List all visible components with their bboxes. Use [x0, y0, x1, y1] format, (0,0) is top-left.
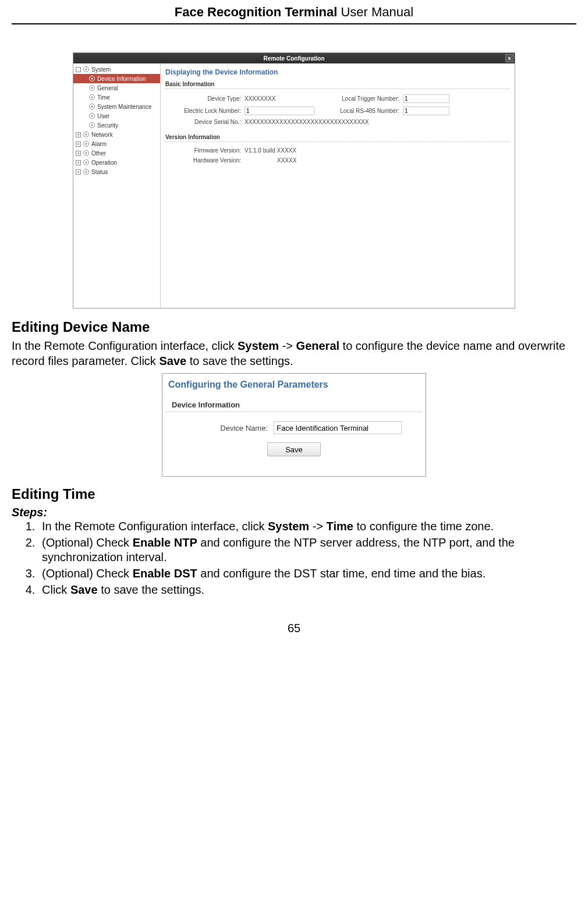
svg-point-21 — [86, 162, 87, 164]
gear-icon — [88, 112, 95, 119]
sidebar-item-network[interactable]: + Network — [73, 130, 160, 139]
page-number: 65 — [12, 598, 576, 635]
gear-icon — [83, 131, 90, 138]
svg-point-5 — [91, 87, 93, 89]
sidebar-item-label: Security — [97, 122, 118, 129]
sidebar-item-system[interactable]: - System — [73, 65, 160, 74]
sidebar-item-label: System — [91, 66, 111, 73]
sidebar-item-general[interactable]: General — [73, 83, 160, 93]
sidebar-item-other[interactable]: + Other — [73, 148, 160, 158]
svg-point-15 — [86, 134, 87, 136]
save-button[interactable]: Save — [267, 442, 321, 456]
rs485-label: Local RS-485 Number: — [318, 108, 399, 114]
gear-icon — [83, 66, 90, 73]
sidebar-item-label: General — [97, 85, 118, 91]
gear-icon — [83, 168, 90, 175]
svg-point-17 — [86, 143, 87, 145]
expand-icon[interactable]: + — [76, 169, 81, 175]
electric-lock-label: Electric Lock Number: — [165, 108, 241, 114]
sidebar-item-device-information[interactable]: Device Information — [73, 74, 160, 83]
sidebar-item-alarm[interactable]: + Alarm — [73, 139, 160, 148]
device-type-value: XXXXXXXX — [245, 95, 314, 102]
sidebar-item-security[interactable]: Security — [73, 120, 160, 130]
gear-icon — [83, 140, 90, 147]
steps-list: In the Remote Configuration interface, c… — [12, 519, 576, 597]
section1-paragraph: In the Remote Configuration interface, c… — [12, 339, 576, 368]
serial-value: XXXXXXXXXXXXXXXXXXXXXXXXXXXXXXXX — [245, 119, 510, 125]
gear-icon — [83, 150, 90, 157]
hardware-label: Hardware Version: — [165, 157, 241, 164]
step-3: (Optional) Check Enable DST and configur… — [38, 566, 576, 582]
svg-point-7 — [91, 97, 93, 98]
sidebar-item-system-maintenance[interactable]: System Maintenance — [73, 102, 160, 111]
section-title-device-name: Editing Device Name — [12, 319, 576, 335]
sidebar-item-label: Alarm — [91, 141, 107, 147]
sidebar-item-operation[interactable]: + Operation — [73, 158, 160, 167]
gear-icon — [88, 75, 95, 82]
sidebar-item-user[interactable]: User — [73, 111, 160, 120]
firmware-label: Firmware Version: — [165, 147, 241, 154]
gear-icon — [88, 84, 95, 91]
step-1: In the Remote Configuration interface, c… — [38, 519, 576, 534]
step-4: Click Save to save the settings. — [38, 583, 576, 598]
gp-section-title: Device Information — [166, 397, 422, 412]
sidebar-item-time[interactable]: Time — [73, 93, 160, 102]
local-trigger-input[interactable] — [403, 94, 449, 103]
remote-config-window: Remote Configuration x - System Device I… — [73, 52, 515, 309]
gear-icon — [88, 122, 95, 129]
svg-point-3 — [91, 78, 93, 80]
version-info-title: Version Information — [165, 132, 510, 142]
sidebar-item-label: Operation — [91, 159, 117, 166]
gp-heading: Configuring the General Parameters — [162, 374, 426, 397]
serial-label: Device Serial No.: — [165, 119, 241, 125]
sidebar-item-label: System Maintenance — [97, 104, 151, 110]
sidebar-item-label: Network — [91, 132, 113, 138]
svg-point-19 — [86, 153, 87, 154]
remote-config-title: Remote Configuration — [264, 55, 325, 62]
collapse-icon[interactable]: - — [76, 67, 81, 72]
svg-point-13 — [91, 125, 93, 126]
svg-point-23 — [86, 171, 87, 173]
sidebar-item-label: Status — [91, 169, 108, 175]
device-name-label: Device Name: — [186, 424, 268, 432]
sidebar-item-status[interactable]: + Status — [73, 167, 160, 176]
expand-icon[interactable]: + — [76, 132, 81, 137]
gear-icon — [88, 103, 95, 110]
svg-point-1 — [86, 69, 87, 70]
remote-config-titlebar: Remote Configuration x — [73, 53, 515, 63]
rs485-input[interactable] — [403, 107, 449, 115]
expand-icon[interactable]: + — [76, 160, 81, 165]
svg-point-9 — [91, 106, 93, 108]
expand-icon[interactable]: + — [76, 141, 81, 147]
sidebar-item-label: User — [97, 113, 109, 119]
header-title-bold: Face Recognition Terminal — [175, 5, 338, 19]
main-heading: Displaying the Device Information — [165, 66, 510, 79]
expand-icon[interactable]: + — [76, 151, 81, 156]
gear-icon — [83, 159, 90, 166]
device-name-input[interactable] — [274, 421, 402, 434]
section-title-time: Editing Time — [12, 486, 576, 502]
firmware-value: V1.1.0 build XXXXX — [245, 147, 296, 154]
basic-info-title: Basic Information — [165, 79, 510, 89]
device-type-label: Device Type: — [165, 95, 241, 102]
header-title-rest: User Manual — [337, 5, 413, 19]
svg-point-11 — [91, 115, 93, 117]
gear-icon — [88, 94, 95, 101]
hardware-value: XXXXX — [245, 157, 296, 164]
local-trigger-label: Local Trigger Number: — [318, 95, 399, 102]
sidebar-item-label: Device Information — [97, 76, 146, 82]
remote-config-main: Displaying the Device Information Basic … — [161, 63, 515, 308]
steps-label: Steps: — [12, 506, 576, 519]
page-header: Face Recognition Terminal User Manual — [12, 0, 576, 24]
general-parameters-window: Configuring the General Parameters Devic… — [162, 373, 426, 477]
electric-lock-input[interactable] — [245, 107, 314, 115]
remote-config-sidebar: - System Device Information General Time — [73, 63, 161, 308]
sidebar-item-label: Time — [97, 94, 110, 101]
step-2: (Optional) Check Enable NTP and configur… — [38, 536, 576, 565]
sidebar-item-label: Other — [91, 150, 106, 157]
close-icon[interactable]: x — [505, 54, 513, 62]
